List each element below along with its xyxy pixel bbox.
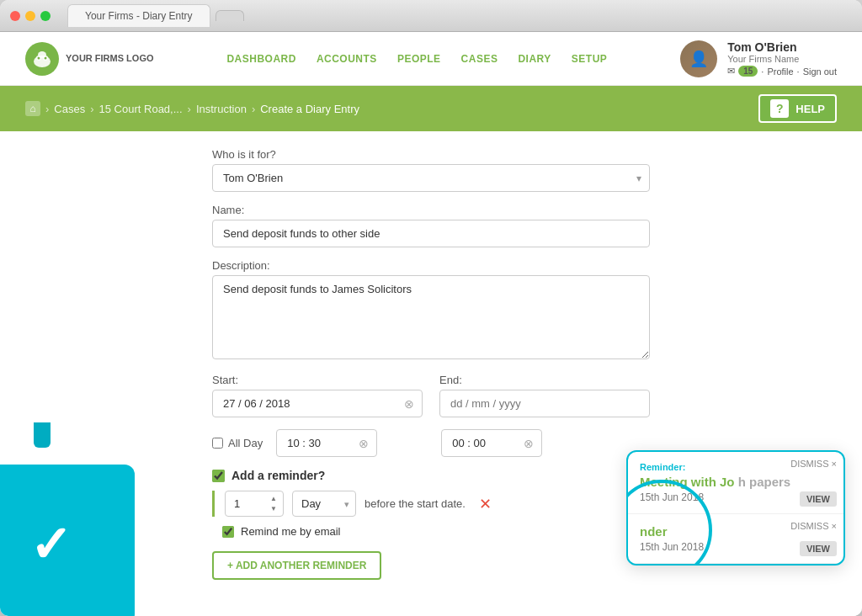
start-date-input[interactable] — [212, 390, 423, 417]
time-start-clear-icon[interactable]: ⊗ — [359, 437, 369, 450]
dot-sep: · — [761, 66, 764, 77]
name-input[interactable] — [212, 220, 650, 247]
who-select-wrapper: Tom O'Brien ▾ — [212, 164, 650, 192]
user-actions: ✉ 15 · Profile · Sign out — [727, 66, 837, 77]
reminder-title-1: Meeting with Jo h papers — [640, 475, 832, 489]
description-field-group: Description: Send deposit funds to James… — [212, 259, 650, 362]
titlebar: Your Firms - Diary Entry — [0, 0, 862, 32]
active-tab[interactable]: Your Firms - Diary Entry — [67, 4, 210, 27]
remind-email-row: Remind me by email — [212, 525, 650, 538]
user-name: Tom O'Brien — [727, 40, 837, 54]
reminder-meeting-bold: Meeting — [640, 475, 688, 489]
remind-email-checkbox[interactable] — [222, 526, 234, 538]
message-count[interactable]: 15 — [738, 66, 758, 77]
remind-email-label: Remind me by email — [241, 525, 341, 538]
before-text: before the start date. — [364, 497, 466, 510]
breadcrumb-current: Create a Diary Entry — [260, 103, 359, 115]
start-date-clear-icon[interactable]: ⊗ — [404, 397, 414, 411]
inactive-tab[interactable] — [216, 10, 244, 21]
app-window: Your Firms - Diary Entry YOUR FIRMS LOGO — [0, 0, 862, 616]
add-reminder-label: + ADD ANOTHER REMINDER — [227, 560, 366, 571]
logo-icon — [25, 42, 59, 76]
reminder-section: Add a reminder? ▲ ▼ Day — [212, 469, 650, 580]
remove-reminder-button[interactable]: ✕ — [479, 495, 492, 513]
breadcrumb-cases[interactable]: Cases — [54, 103, 85, 115]
window-controls — [10, 11, 51, 21]
breadcrumb-address[interactable]: 15 Court Road,... — [99, 103, 183, 115]
close-dot[interactable] — [10, 11, 20, 21]
reminder-checkbox[interactable] — [212, 470, 225, 482]
spinner-down-button[interactable]: ▼ — [267, 504, 280, 514]
user-info: Tom O'Brien Your Firms Name ✉ 15 · Profi… — [727, 40, 837, 77]
help-label: HELP — [795, 103, 825, 115]
end-date-input[interactable] — [439, 390, 650, 417]
diary-form: Who is it for? Tom O'Brien ▾ Name: Desc — [212, 148, 650, 580]
nav-people[interactable]: PEOPLE — [397, 53, 441, 65]
start-date-wrapper: ⊗ — [212, 390, 423, 417]
main-nav: DASHBOARD ACCOUNTS PEOPLE CASES DIARY SE… — [226, 53, 607, 65]
logo-text: YOUR FIRMS LOGO — [66, 52, 154, 64]
start-label: Start: — [212, 374, 423, 386]
help-button[interactable]: ? HELP — [758, 94, 837, 123]
nav-dashboard[interactable]: DASHBOARD — [226, 53, 296, 65]
dot-sep2: · — [797, 66, 800, 77]
minimize-dot[interactable] — [25, 11, 35, 21]
date-row: Start: ⊗ End: — [212, 374, 650, 417]
nav-diary[interactable]: DIARY — [518, 53, 551, 65]
reminder-card-2: DISMISS × nder 15th Jun 2018 VIEW — [628, 514, 843, 564]
reminder-period-wrapper: Day Minute Hour Week Month — [292, 491, 356, 517]
allday-checkbox[interactable] — [212, 438, 223, 449]
spinner-up-button[interactable]: ▲ — [267, 494, 280, 504]
calendar-illustration: ✓ — [0, 422, 168, 616]
cal-ring-right — [34, 422, 51, 448]
view-button-1[interactable]: VIEW — [800, 491, 837, 507]
time-end-clear-icon[interactable]: ⊗ — [524, 437, 534, 450]
who-field-group: Who is it for? Tom O'Brien ▾ — [212, 148, 650, 192]
nav-cases[interactable]: CASES — [461, 53, 498, 65]
description-textarea[interactable]: Send deposit funds to James Solicitors — [212, 275, 650, 359]
breadcrumb-bar: ⌂ › Cases › 15 Court Road,... › Instruct… — [0, 86, 862, 131]
reminder-header: Add a reminder? — [212, 469, 650, 482]
reminder-period-select[interactable]: Day Minute Hour Week Month — [292, 491, 356, 517]
allday-check-label: All Day — [212, 437, 263, 449]
who-select[interactable]: Tom O'Brien — [212, 164, 650, 192]
view-button-2[interactable]: VIEW — [800, 541, 837, 556]
cal-body: ✓ — [0, 465, 135, 616]
reminder-num-wrapper: ▲ ▼ — [225, 491, 284, 517]
profile-link[interactable]: Profile — [767, 66, 793, 77]
dismiss-button-1[interactable]: DISMISS × — [790, 459, 837, 469]
who-label: Who is it for? — [212, 148, 650, 161]
reminder-popup: DISMISS × Reminder: Meeting with Jo h pa… — [626, 450, 845, 566]
description-label: Description: — [212, 259, 650, 272]
main-content: ✓ Who is it for? Tom O'Brien ▾ Name — [0, 131, 862, 616]
maximize-dot[interactable] — [40, 11, 51, 21]
allday-label: All Day — [228, 437, 263, 449]
nav-setup[interactable]: SETUP — [572, 53, 608, 65]
nav-accounts[interactable]: ACCOUNTS — [317, 53, 377, 65]
time-start-wrapper: ⊗ — [276, 429, 377, 457]
dismiss-button-2[interactable]: DISMISS × — [790, 521, 837, 531]
user-section: 👤 Tom O'Brien Your Firms Name ✉ 15 · Pro… — [680, 40, 837, 77]
header: YOUR FIRMS LOGO DASHBOARD ACCOUNTS PEOPL… — [0, 32, 862, 86]
mail-icon: ✉ — [727, 66, 735, 77]
breadcrumb-instruction[interactable]: Instruction — [196, 103, 247, 115]
end-label: End: — [439, 374, 650, 386]
help-icon: ? — [770, 99, 789, 118]
svg-point-5 — [38, 51, 46, 58]
home-icon[interactable]: ⌂ — [25, 101, 40, 116]
allday-row: All Day ⊗ ⊗ — [212, 429, 650, 457]
end-date-wrapper — [439, 390, 650, 417]
breadcrumb: ⌂ › Cases › 15 Court Road,... › Instruct… — [25, 101, 359, 116]
user-firm: Your Firms Name — [727, 54, 837, 64]
signout-link[interactable]: Sign out — [803, 66, 837, 77]
reminder-text-2: nder — [640, 524, 668, 539]
logo: YOUR FIRMS LOGO — [25, 42, 154, 76]
reminder-card-1: DISMISS × Reminder: Meeting with Jo h pa… — [628, 452, 843, 514]
reminder-extra-text: h papers — [738, 475, 791, 489]
reminder-row: ▲ ▼ Day Minute Hour Week Month — [212, 491, 650, 517]
reminder-spinner: ▲ ▼ — [267, 494, 280, 514]
reminder-check-label: Add a reminder? — [231, 469, 325, 482]
name-label: Name: — [212, 204, 650, 216]
name-field-group: Name: — [212, 204, 650, 247]
add-reminder-button[interactable]: + ADD ANOTHER REMINDER — [212, 551, 381, 580]
